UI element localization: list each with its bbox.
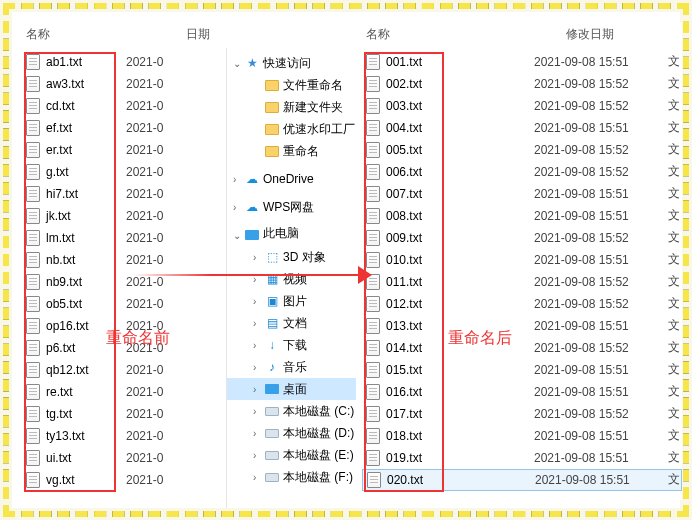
tree-item-folder-watermark[interactable]: 优速水印工厂 (227, 118, 356, 140)
file-name: 020.txt (387, 473, 457, 487)
right-file-row[interactable]: 004.txt2021-09-08 15:51 (362, 117, 682, 139)
chevron-icon: › (253, 406, 261, 417)
tree-item-documents[interactable]: ›▤文档 (227, 312, 356, 334)
left-file-row[interactable]: ty13.txt2021-0 (22, 425, 222, 447)
right-file-row[interactable]: 003.txt2021-09-08 15:52 (362, 95, 682, 117)
file-date: 2021-09-08 15:51 (534, 55, 629, 69)
left-file-row[interactable]: nb9.txt2021-0 (22, 271, 222, 293)
left-file-row[interactable]: p6.txt2021-0 (22, 337, 222, 359)
chevron-icon: › (233, 202, 241, 213)
tree-label: WPS网盘 (263, 199, 314, 216)
right-file-row[interactable]: 011.txt2021-09-08 15:52 (362, 271, 682, 293)
file-icon (366, 318, 380, 334)
tree-item-folder-rename[interactable]: 文件重命名 (227, 74, 356, 96)
left-file-row[interactable]: tg.txt2021-0 (22, 403, 222, 425)
file-icon (366, 340, 380, 356)
tree-item-folder-new[interactable]: 新建文件夹 (227, 96, 356, 118)
clipped-char: 文 (668, 138, 680, 160)
chevron-icon: › (253, 450, 261, 461)
left-file-row[interactable]: ef.txt2021-0 (22, 117, 222, 139)
tree-item-3d-objects[interactable]: ›⬚3D 对象 (227, 246, 356, 268)
right-file-row[interactable]: 019.txt2021-09-08 15:51 (362, 447, 682, 469)
nav-tree: ⌄★快速访问文件重命名新建文件夹优速水印工厂重命名›☁OneDrive›☁WPS… (226, 48, 356, 508)
folder-icon (265, 78, 279, 92)
file-name: 011.txt (386, 275, 456, 289)
file-name: 008.txt (386, 209, 456, 223)
right-file-row[interactable]: 008.txt2021-09-08 15:51 (362, 205, 682, 227)
tree-item-onedrive[interactable]: ›☁OneDrive (227, 168, 356, 190)
tree-item-drive-f[interactable]: ›本地磁盘 (F:) (227, 466, 356, 488)
right-file-row[interactable]: 010.txt2021-09-08 15:51 (362, 249, 682, 271)
monitor-icon (245, 228, 259, 242)
left-file-row[interactable]: g.txt2021-0 (22, 161, 222, 183)
right-file-row[interactable]: 007.txt2021-09-08 15:51 (362, 183, 682, 205)
left-header-name[interactable]: 名称 (26, 26, 116, 43)
chevron-icon: › (253, 472, 261, 483)
left-file-row[interactable]: lm.txt2021-0 (22, 227, 222, 249)
left-file-row[interactable]: aw3.txt2021-0 (22, 73, 222, 95)
left-file-row[interactable]: ob5.txt2021-0 (22, 293, 222, 315)
left-header-date[interactable]: 日期 (186, 26, 210, 43)
file-icon (366, 230, 380, 246)
tree-item-downloads[interactable]: ›↓下载 (227, 334, 356, 356)
right-file-row[interactable]: 002.txt2021-09-08 15:52 (362, 73, 682, 95)
right-header-name[interactable]: 名称 (366, 26, 456, 43)
left-file-row[interactable]: ab1.txt2021-0 (22, 51, 222, 73)
file-icon (26, 384, 40, 400)
right-file-row[interactable]: 017.txt2021-09-08 15:52 (362, 403, 682, 425)
left-file-row[interactable]: qb12.txt2021-0 (22, 359, 222, 381)
left-file-row[interactable]: vg.txt2021-0 (22, 469, 222, 491)
tree-item-quick-access[interactable]: ⌄★快速访问 (227, 52, 356, 74)
file-date: 2021-0 (126, 275, 163, 289)
left-file-row[interactable]: ui.txt2021-0 (22, 447, 222, 469)
file-icon (366, 296, 380, 312)
tree-item-this-pc[interactable]: ⌄此电脑 (227, 224, 356, 246)
right-file-row[interactable]: 016.txt2021-09-08 15:51 (362, 381, 682, 403)
right-file-row[interactable]: 020.txt2021-09-08 15:51 (362, 469, 682, 491)
right-file-row[interactable]: 013.txt2021-09-08 15:51 (362, 315, 682, 337)
left-file-row[interactable]: op16.txt2021-0 (22, 315, 222, 337)
tree-item-pictures[interactable]: ›▣图片 (227, 290, 356, 312)
right-file-row[interactable]: 009.txt2021-09-08 15:52 (362, 227, 682, 249)
tree-item-videos[interactable]: ›▦视频 (227, 268, 356, 290)
tree-item-music[interactable]: ›♪音乐 (227, 356, 356, 378)
chevron-icon: › (253, 296, 261, 307)
file-icon (26, 274, 40, 290)
after-panel: 名称 修改日期 001.txt2021-09-08 15:51002.txt20… (362, 22, 682, 500)
left-file-row[interactable]: re.txt2021-0 (22, 381, 222, 403)
folder-icon (265, 122, 279, 136)
file-icon (366, 406, 380, 422)
right-header-date[interactable]: 修改日期 (566, 26, 614, 43)
tree-label: 此电脑 (263, 225, 301, 245)
left-file-row[interactable]: nb.txt2021-0 (22, 249, 222, 271)
folder-icon (265, 100, 279, 114)
right-file-row[interactable]: 001.txt2021-09-08 15:51 (362, 51, 682, 73)
right-file-row[interactable]: 014.txt2021-09-08 15:52 (362, 337, 682, 359)
tree-item-folder-rename2[interactable]: 重命名 (227, 140, 356, 162)
right-file-row[interactable]: 012.txt2021-09-08 15:52 (362, 293, 682, 315)
file-date: 2021-0 (126, 99, 163, 113)
tree-item-drive-d[interactable]: ›本地磁盘 (D:) (227, 422, 356, 444)
file-icon (366, 186, 380, 202)
file-date: 2021-0 (126, 143, 163, 157)
file-date: 2021-09-08 15:52 (534, 407, 629, 421)
right-file-row[interactable]: 006.txt2021-09-08 15:52 (362, 161, 682, 183)
tree-label: 本地磁盘 (F:) (283, 469, 353, 486)
tree-item-wps-cloud[interactable]: ›☁WPS网盘 (227, 196, 356, 218)
file-name: aw3.txt (46, 77, 126, 91)
file-name: er.txt (46, 143, 126, 157)
file-name: 015.txt (386, 363, 456, 377)
left-file-row[interactable]: er.txt2021-0 (22, 139, 222, 161)
tree-item-drive-c[interactable]: ›本地磁盘 (C:) (227, 400, 356, 422)
right-file-row[interactable]: 015.txt2021-09-08 15:51 (362, 359, 682, 381)
left-file-row[interactable]: hi7.txt2021-0 (22, 183, 222, 205)
left-file-row[interactable]: jk.txt2021-0 (22, 205, 222, 227)
tree-item-desktop[interactable]: ›桌面 (227, 378, 356, 400)
video-icon: ▦ (265, 272, 279, 286)
file-icon (366, 428, 380, 444)
right-file-row[interactable]: 005.txt2021-09-08 15:52 (362, 139, 682, 161)
tree-item-drive-e[interactable]: ›本地磁盘 (E:) (227, 444, 356, 466)
left-file-row[interactable]: cd.txt2021-0 (22, 95, 222, 117)
right-file-row[interactable]: 018.txt2021-09-08 15:51 (362, 425, 682, 447)
file-date: 2021-09-08 15:52 (534, 275, 629, 289)
